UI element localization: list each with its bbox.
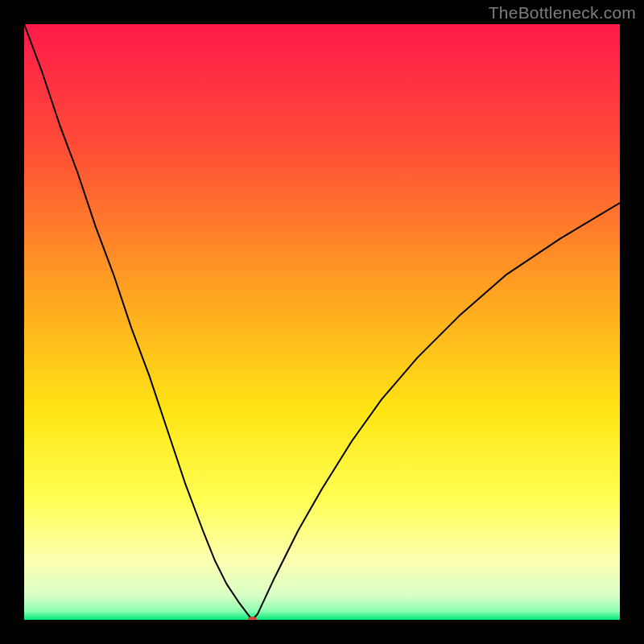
chart-svg	[24, 24, 620, 620]
watermark-text: TheBottleneck.com	[489, 3, 636, 23]
chart-frame: TheBottleneck.com	[0, 0, 644, 644]
plot-area	[24, 24, 620, 620]
chart-background	[24, 24, 620, 620]
